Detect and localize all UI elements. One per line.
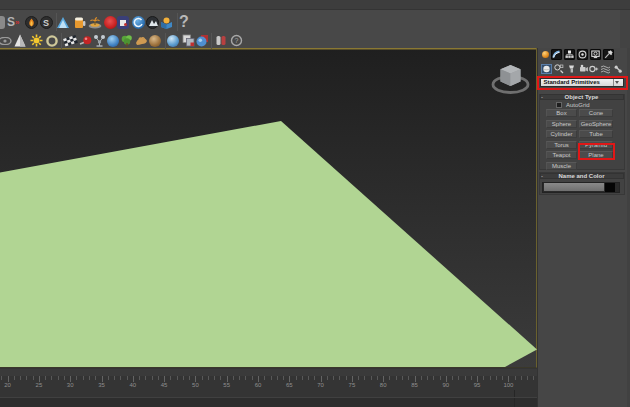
svg-text:?: ? xyxy=(235,37,239,44)
